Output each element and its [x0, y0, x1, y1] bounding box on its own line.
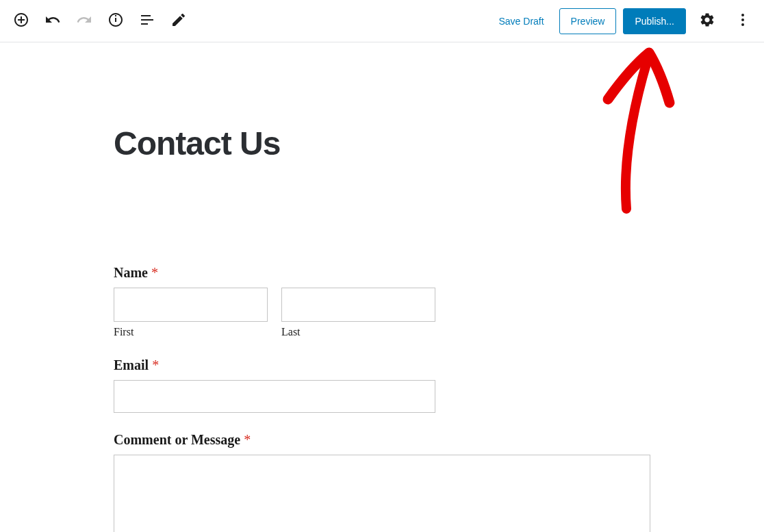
info-button[interactable] [101, 7, 130, 36]
email-label: Email * [114, 357, 650, 373]
email-input[interactable] [114, 380, 435, 413]
contact-form: Name * First Last Email * [114, 265, 650, 532]
required-marker: * [152, 357, 159, 372]
preview-button[interactable]: Preview [559, 8, 617, 34]
editor-content: Contact Us Name * First Last Email [0, 42, 764, 532]
first-name-col: First [114, 288, 268, 338]
message-label-text: Comment or Message [114, 432, 240, 447]
info-icon [107, 12, 124, 30]
name-field-group: Name * First Last [114, 265, 650, 338]
name-label: Name * [114, 265, 650, 281]
redo-button[interactable] [70, 7, 99, 36]
email-field-group: Email * [114, 357, 650, 413]
pencil-icon [170, 12, 187, 30]
redo-icon [76, 12, 92, 30]
toolbar-right-group: Save Draft Preview Publish... [490, 7, 757, 36]
last-name-sublabel: Last [281, 326, 435, 338]
plus-circle-icon [13, 12, 29, 30]
outline-button[interactable] [133, 7, 162, 36]
first-name-sublabel: First [114, 326, 268, 338]
last-name-input[interactable] [281, 288, 435, 322]
undo-icon [44, 12, 61, 30]
more-vertical-icon [735, 12, 751, 30]
edit-button[interactable] [164, 7, 193, 36]
required-marker: * [151, 265, 158, 280]
first-name-input[interactable] [114, 288, 268, 322]
undo-button[interactable] [38, 7, 67, 36]
svg-point-2 [741, 23, 744, 26]
settings-button[interactable] [693, 7, 722, 36]
editor-toolbar: Save Draft Preview Publish... [0, 0, 764, 42]
email-label-text: Email [114, 357, 149, 372]
svg-point-0 [741, 14, 744, 16]
page-title[interactable]: Contact Us [114, 125, 650, 162]
more-options-button[interactable] [728, 7, 757, 36]
message-input[interactable] [114, 455, 650, 532]
list-icon [139, 12, 155, 30]
last-name-col: Last [281, 288, 435, 338]
svg-point-1 [741, 18, 744, 21]
save-draft-button[interactable]: Save Draft [490, 10, 552, 32]
toolbar-left-group [7, 7, 193, 36]
message-field-group: Comment or Message * [114, 432, 650, 532]
name-label-text: Name [114, 265, 148, 280]
publish-button[interactable]: Publish... [623, 8, 686, 34]
add-block-button[interactable] [7, 7, 36, 36]
required-marker: * [244, 432, 251, 447]
gear-icon [699, 12, 715, 30]
message-label: Comment or Message * [114, 432, 650, 448]
name-row: First Last [114, 288, 650, 338]
